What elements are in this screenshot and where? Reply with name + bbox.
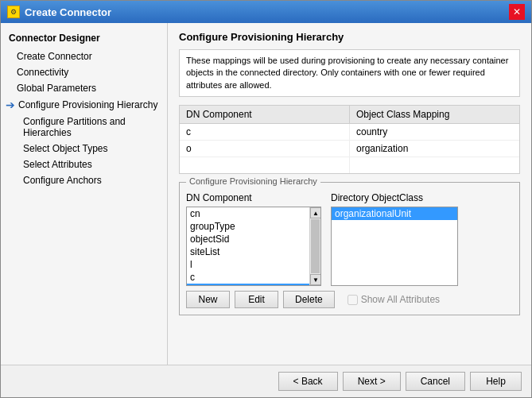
sidebar-item-label: Select Object Types bbox=[23, 143, 108, 154]
show-all-label: Show All Attributes bbox=[348, 294, 440, 305]
configure-columns: DN Component cn groupType objectSid site… bbox=[186, 192, 513, 286]
list-item[interactable]: siteList bbox=[187, 245, 309, 258]
sidebar-item-label: Configure Anchors bbox=[23, 175, 102, 186]
sidebar-item-create-connector[interactable]: Create Connector bbox=[1, 48, 167, 64]
sidebar-item-connectivity[interactable]: Connectivity bbox=[1, 64, 167, 80]
table-header: DN Component Object Class Mapping bbox=[180, 106, 519, 124]
configure-group-box: Configure Provisioning Hierarchy DN Comp… bbox=[179, 182, 520, 315]
list-item-selected[interactable]: ou bbox=[187, 284, 309, 285]
class-list[interactable]: organizationalUnit bbox=[331, 207, 458, 286]
back-button[interactable]: < Back bbox=[278, 372, 338, 391]
main-content: Connector Designer Create Connector Conn… bbox=[1, 23, 531, 365]
sidebar-item-label: Configure Partitions and Hierarchies bbox=[23, 116, 126, 138]
window-title: Create Connector bbox=[25, 6, 111, 18]
dn-column-label: DN Component bbox=[186, 192, 321, 203]
sidebar-item-label: Select Attributes bbox=[23, 159, 92, 170]
content-title: Configure Provisioning Hierarchy bbox=[179, 31, 520, 43]
table-row[interactable]: o organization bbox=[180, 141, 519, 157]
class-column-label: Directory ObjectClass bbox=[331, 192, 458, 203]
dn-scrollbar[interactable]: ▲ ▼ bbox=[309, 207, 320, 285]
dn-cell: o bbox=[180, 141, 350, 156]
sidebar-item-label: Configure Provisioning Hierarchy bbox=[18, 99, 157, 110]
class-column: Directory ObjectClass organizationalUnit bbox=[331, 192, 458, 286]
new-button[interactable]: New bbox=[186, 291, 230, 308]
cancel-button[interactable]: Cancel bbox=[406, 372, 465, 391]
app-icon: ⚙ bbox=[7, 6, 20, 18]
show-all-checkbox[interactable] bbox=[348, 295, 358, 305]
table-row-empty[interactable] bbox=[180, 157, 519, 173]
scroll-thumb[interactable] bbox=[311, 219, 320, 273]
dn-component-header: DN Component bbox=[180, 106, 350, 123]
mapping-cell: organization bbox=[350, 141, 519, 156]
title-bar: ⚙ Create Connector ✕ bbox=[1, 1, 531, 23]
sidebar-item-select-attributes[interactable]: Select Attributes bbox=[1, 156, 167, 172]
dn-column: DN Component cn groupType objectSid site… bbox=[186, 192, 321, 286]
mapping-table: DN Component Object Class Mapping c coun… bbox=[179, 105, 520, 174]
list-item[interactable]: c bbox=[187, 271, 309, 284]
list-item[interactable]: cn bbox=[187, 207, 309, 220]
delete-button[interactable]: Delete bbox=[283, 291, 335, 308]
sidebar-item-global-parameters[interactable]: Global Parameters bbox=[1, 80, 167, 96]
sidebar-item-configure-partitions[interactable]: Configure Partitions and Hierarchies bbox=[1, 114, 167, 141]
class-list-item-selected[interactable]: organizationalUnit bbox=[332, 207, 457, 220]
footer: < Back Next > Cancel Help bbox=[1, 365, 531, 397]
sidebar-item-select-object-types[interactable]: Select Object Types bbox=[1, 141, 167, 156]
info-text: These mappings will be used during provi… bbox=[186, 56, 508, 90]
close-button[interactable]: ✕ bbox=[509, 4, 525, 20]
main-window: ⚙ Create Connector ✕ Connector Designer … bbox=[0, 0, 532, 398]
sidebar-item-configure-anchors[interactable]: Configure Anchors bbox=[1, 172, 167, 188]
sidebar-title: Connector Designer bbox=[1, 29, 167, 48]
sidebar-item-label: Global Parameters bbox=[17, 83, 96, 94]
table-row[interactable]: c country bbox=[180, 124, 519, 141]
sidebar-item-configure-provisioning[interactable]: ➔ Configure Provisioning Hierarchy bbox=[1, 96, 167, 114]
list-item[interactable]: l bbox=[187, 258, 309, 271]
active-arrow-icon: ➔ bbox=[6, 99, 15, 111]
mapping-cell: country bbox=[350, 124, 519, 140]
list-item[interactable]: objectSid bbox=[187, 233, 309, 245]
dn-cell-empty bbox=[180, 157, 350, 173]
sidebar: Connector Designer Create Connector Conn… bbox=[1, 23, 168, 365]
group-box-legend: Configure Provisioning Hierarchy bbox=[186, 176, 320, 186]
scroll-down-btn[interactable]: ▼ bbox=[310, 274, 321, 285]
object-class-header: Object Class Mapping bbox=[350, 106, 519, 123]
list-item[interactable]: groupType bbox=[187, 220, 309, 233]
show-all-text: Show All Attributes bbox=[361, 294, 440, 305]
next-button[interactable]: Next > bbox=[343, 372, 401, 391]
class-list-items: organizationalUnit bbox=[332, 207, 457, 285]
edit-button[interactable]: Edit bbox=[235, 291, 278, 308]
dn-list[interactable]: cn groupType objectSid siteList l c ou ▲ bbox=[186, 207, 321, 286]
dn-list-items: cn groupType objectSid siteList l c ou bbox=[187, 207, 309, 285]
scroll-up-btn[interactable]: ▲ bbox=[310, 207, 321, 218]
content-area: Configure Provisioning Hierarchy These m… bbox=[168, 23, 531, 365]
sidebar-item-label: Connectivity bbox=[17, 67, 68, 78]
dn-cell: c bbox=[180, 124, 350, 140]
mapping-cell-empty bbox=[350, 157, 519, 173]
button-row: New Edit Delete Show All Attributes bbox=[186, 291, 513, 308]
help-button[interactable]: Help bbox=[470, 372, 522, 391]
info-box: These mappings will be used during provi… bbox=[179, 49, 520, 97]
sidebar-item-label: Create Connector bbox=[17, 51, 92, 62]
